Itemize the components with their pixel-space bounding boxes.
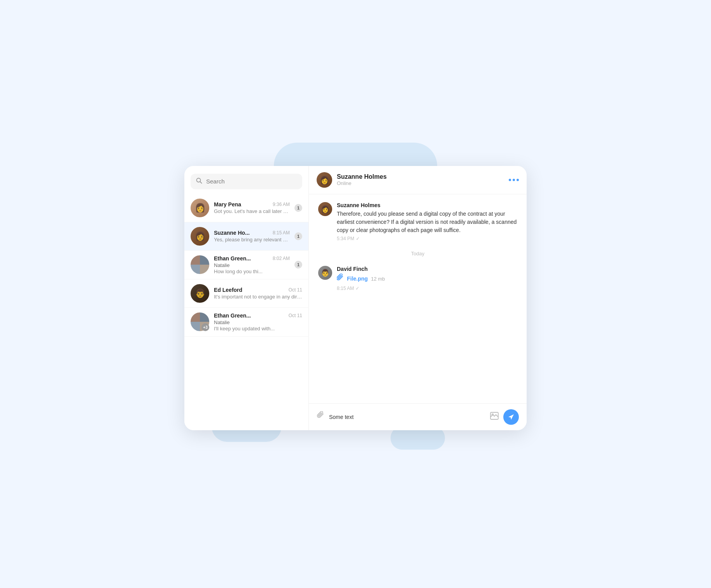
read-check: ✓ [356, 236, 360, 241]
paperclip-icon [337, 274, 344, 284]
contact-info: Mary Pena 9:36 AM Got you. Let's have a … [214, 201, 290, 214]
composer-actions [490, 409, 519, 425]
contact-item-ethan-green-1[interactable]: Ethan Green... 8:02 AM Natalie How long … [184, 251, 308, 279]
file-name: File.png [347, 276, 368, 282]
search-bar[interactable] [191, 174, 302, 189]
contact-time: 8:15 AM [273, 230, 290, 236]
message-text: Therefore, could you please send a digit… [337, 210, 517, 234]
message-content: David Finch File.png 12 mb 8:15 AM [337, 266, 517, 291]
search-icon [196, 178, 202, 185]
app-window: 👩 Mary Pena 9:36 AM Got you. Let's have … [184, 166, 527, 430]
contact-subname: Natalie [214, 319, 302, 325]
chat-header-info: Suzanne Holmes Online [337, 173, 504, 186]
message-time: 8:15 AM [337, 286, 354, 291]
message-avatar: 👨 [318, 266, 332, 280]
contact-item-ethan-green-2[interactable]: +3 Ethan Green... Oct 11 Natalie I'll ke… [184, 308, 308, 337]
avatar: 👩 [191, 199, 209, 217]
contact-info: Ethan Green... Oct 11 Natalie I'll keep … [214, 312, 302, 332]
contact-name: Ethan Green... [214, 312, 251, 319]
file-attachment: File.png 12 mb [337, 274, 517, 284]
message-meta: 5:34 PM ✓ [337, 236, 517, 241]
composer-input[interactable]: Some text [329, 414, 485, 420]
contact-time: Oct 11 [289, 287, 302, 293]
avatar: 👨 [191, 284, 209, 303]
contact-list-panel: 👩 Mary Pena 9:36 AM Got you. Let's have … [184, 166, 309, 430]
contact-preview: I'll keep you updated with... [214, 326, 302, 332]
contact-name: Ethan Green... [214, 255, 251, 262]
contact-item-ed-leeford[interactable]: 👨 Ed Leeford Oct 11 It's important not t… [184, 279, 308, 308]
contact-info: Suzanne Ho... 8:15 AM Yes, please bring … [214, 230, 290, 243]
message-meta: 8:15 AM ✓ [337, 286, 517, 291]
read-check: ✓ [356, 286, 359, 291]
chat-contact-name: Suzanne Holmes [337, 173, 504, 180]
contact-item-suzanne-holmes[interactable]: 👩 Suzanne Ho... 8:15 AM Yes, please brin… [184, 222, 308, 251]
avatar-group-container: +3 [191, 312, 209, 331]
message-block: 👨 David Finch File.png 12 mb [318, 266, 517, 291]
attach-icon[interactable] [317, 411, 324, 422]
search-input[interactable] [206, 178, 297, 185]
avatar-group [191, 255, 209, 274]
unread-badge: 1 [294, 204, 302, 212]
contact-preview: It's important not to engage in any dire… [214, 294, 302, 300]
chat-panel: 👩 Suzanne Holmes Online 👩 [309, 166, 527, 430]
message-composer: Some text [309, 403, 527, 430]
contact-item-mary-pena[interactable]: 👩 Mary Pena 9:36 AM Got you. Let's have … [184, 194, 308, 222]
contact-time: 8:02 AM [273, 256, 290, 261]
svg-line-1 [200, 181, 202, 183]
day-divider: Today [318, 251, 517, 256]
unread-badge: 1 [294, 261, 302, 269]
message-content: Suzanne Holmes Therefore, could you plea… [337, 202, 517, 241]
contact-subname: Natalie [214, 262, 290, 268]
message-sender: Suzanne Holmes [337, 202, 517, 208]
message-time: 5:34 PM [337, 236, 354, 241]
contact-time: Oct 11 [289, 313, 302, 318]
file-size: 12 mb [371, 276, 385, 282]
avatar: 👩 [191, 227, 209, 246]
more-options-button[interactable] [509, 179, 519, 181]
contact-list: 👩 Mary Pena 9:36 AM Got you. Let's have … [184, 194, 308, 430]
chat-messages: 👩 Suzanne Holmes Therefore, could you pl… [309, 194, 527, 403]
contact-preview: How long do you thi... [214, 269, 290, 274]
chat-header: 👩 Suzanne Holmes Online [309, 166, 527, 194]
contact-name: Ed Leeford [214, 287, 242, 293]
contact-preview: Yes, please bring any relevant documents [214, 237, 290, 243]
unread-badge: 1 [294, 232, 302, 240]
send-button[interactable] [503, 409, 519, 425]
chat-avatar: 👩 [317, 172, 332, 188]
contact-name: Mary Pena [214, 201, 241, 208]
chat-contact-status: Online [337, 180, 504, 186]
group-count-badge: +3 [201, 323, 209, 331]
contact-info: Ed Leeford Oct 11 It's important not to … [214, 287, 302, 300]
contact-info: Ethan Green... 8:02 AM Natalie How long … [214, 255, 290, 274]
contact-preview: Got you. Let's have a call later and dis… [214, 208, 290, 214]
message-avatar: 👩 [318, 202, 332, 216]
message-sender: David Finch [337, 266, 517, 272]
message-block: 👩 Suzanne Holmes Therefore, could you pl… [318, 202, 517, 241]
contact-time: 9:36 AM [273, 202, 290, 207]
image-icon[interactable] [490, 412, 499, 422]
contact-name: Suzanne Ho... [214, 230, 250, 236]
